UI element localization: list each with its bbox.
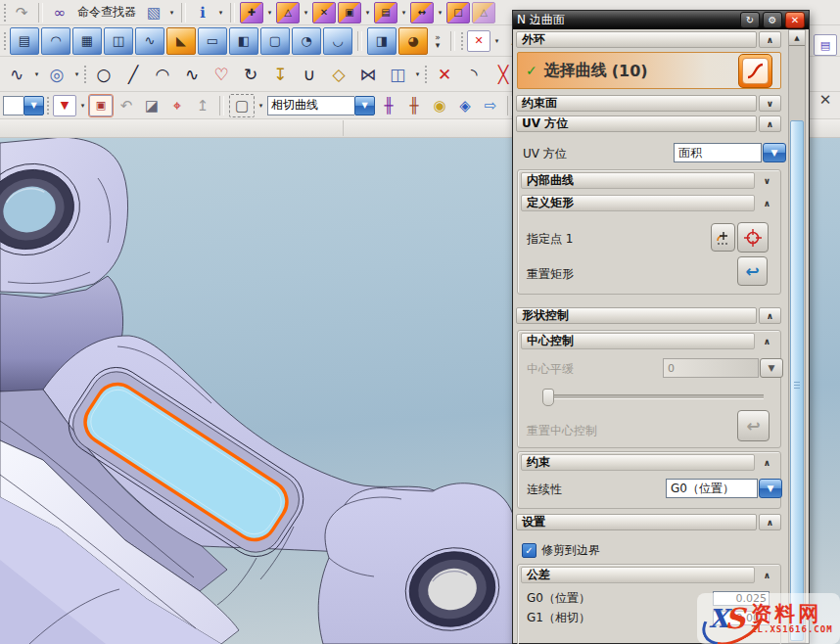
curve-select-button[interactable] <box>738 54 772 88</box>
spline-icon[interactable]: ∿ <box>178 61 206 88</box>
offset-region-icon[interactable]: △ <box>276 2 300 23</box>
rect-select-icon[interactable]: ▢ <box>229 94 255 117</box>
proceed-icon[interactable]: ⇨ <box>479 95 502 116</box>
line-icon[interactable]: ╱ <box>119 61 147 88</box>
select-scope-icon[interactable]: ▣ <box>89 95 113 116</box>
curve-more-dropdown[interactable]: ▾ <box>413 70 422 78</box>
pattern-face-dropdown[interactable]: ▾ <box>399 9 408 17</box>
section-constraint-faces[interactable]: 约束面 ∨ <box>516 95 781 112</box>
section-constraints[interactable]: 约束 ∧ <box>521 454 777 471</box>
reset-rectangle-button[interactable]: ↩ <box>737 256 768 286</box>
expand-icon[interactable]: ∨ <box>759 95 781 112</box>
uv-orientation-combo[interactable]: 面积 ▼ <box>674 143 786 162</box>
continuity-combo[interactable]: G0（位置） ▼ <box>666 479 782 498</box>
arc-icon[interactable]: ◠ <box>149 61 176 88</box>
section-settings[interactable]: 设置 ∧ <box>516 514 781 530</box>
split-body-icon[interactable]: ◫ <box>104 27 133 55</box>
extract-sheet-icon[interactable]: ▤ <box>10 27 39 55</box>
dialog-scrollbar[interactable]: ▲ <box>788 29 806 643</box>
helix-icon[interactable]: ↻ <box>237 61 264 88</box>
studio-spline-icon[interactable]: ∿ <box>3 61 30 88</box>
pattern-face-icon[interactable]: ▤ <box>374 2 397 23</box>
selection-filter-icon[interactable]: ▼ <box>53 95 76 116</box>
section-outer-loop[interactable]: 外环 ∧ <box>516 31 781 48</box>
info-dropdown[interactable]: ▾ <box>216 9 225 17</box>
shell-body-icon[interactable]: △ <box>472 2 495 23</box>
closed-curve-icon[interactable]: ♡ <box>208 61 235 88</box>
dialog-close-button[interactable]: ✕ <box>785 12 805 28</box>
section-curve-icon[interactable]: ◫ <box>384 61 411 88</box>
delete-face-icon[interactable]: ✕ <box>312 2 336 23</box>
section-uv-orientation[interactable]: UV 方位 ∧ <box>516 115 781 132</box>
undo-selection-icon[interactable]: ↶ <box>115 95 138 116</box>
point-dialog-button[interactable] <box>711 223 735 252</box>
section-shape-control[interactable]: 形状控制 ∧ <box>516 307 781 324</box>
studio-spline-dropdown[interactable]: ▾ <box>32 70 41 78</box>
tube-dropdown[interactable]: ▾ <box>72 70 81 78</box>
bend-surface-icon[interactable]: ◡ <box>323 27 352 55</box>
collapse-icon[interactable]: ∧ <box>757 333 777 349</box>
extrude-icon[interactable]: ◨ <box>367 27 397 55</box>
sew-icon[interactable]: ◧ <box>229 27 258 55</box>
selection-filter-dropdown[interactable]: ▾ <box>78 102 87 110</box>
slider-thumb[interactable] <box>542 389 554 406</box>
section-center-control[interactable]: 中心控制 ∧ <box>521 333 777 349</box>
rect-select-dropdown[interactable]: ▾ <box>257 102 265 110</box>
dialog-titlebar[interactable]: N 边曲面 ↻ ⚙ ✕ <box>513 11 809 29</box>
grab-icon[interactable]: ↥ <box>191 95 214 116</box>
law-extension-icon[interactable]: ◔ <box>292 27 321 55</box>
curve-rule-combo[interactable]: 相切曲线▼ <box>267 96 375 115</box>
deselect-icon[interactable]: ◪ <box>140 95 163 116</box>
info-icon[interactable]: ℹ <box>191 2 214 23</box>
view-orient-dropdown[interactable]: ▾ <box>167 9 176 17</box>
redo-icon[interactable]: ↷ <box>10 2 33 23</box>
dropdown-icon[interactable]: ▼ <box>763 143 786 162</box>
trim-checkbox[interactable]: ✓ <box>522 543 537 558</box>
bounded-plane-icon[interactable]: ◠ <box>41 27 70 55</box>
trim-body-icon[interactable]: ▦ <box>72 27 102 55</box>
thicken-icon[interactable]: ▭ <box>198 27 227 55</box>
resize-face-dropdown[interactable]: ▾ <box>436 9 444 17</box>
curve-on-surface-icon[interactable]: ◇ <box>325 61 352 88</box>
part-navigator-icon[interactable]: ▤ <box>814 34 837 56</box>
dropdown-icon[interactable]: ▼ <box>759 479 782 498</box>
center-flat-spinner[interactable]: 0 ▼ <box>663 358 783 378</box>
offset-curve-xform-icon[interactable]: ✕ <box>814 89 837 111</box>
collapse-icon[interactable]: ∧ <box>759 514 781 530</box>
dialog-settings-button[interactable]: ⚙ <box>763 12 782 28</box>
copy-face-dropdown[interactable]: ▾ <box>363 9 372 17</box>
offset-region-dropdown[interactable]: ▾ <box>302 9 310 17</box>
select-curve-row[interactable]: ✓ 选择曲线 (10) <box>517 52 781 89</box>
specify-point-button[interactable] <box>737 222 769 253</box>
collapse-icon[interactable]: ∧ <box>759 31 781 48</box>
scrollbar-up-button[interactable]: ▲ <box>789 30 805 46</box>
intersection-curve-icon[interactable]: ⋈ <box>354 61 382 88</box>
stop-at-intersection-icon[interactable]: ╫ <box>377 95 400 116</box>
collapse-icon[interactable]: ∧ <box>759 115 781 132</box>
dialog-reset-button[interactable]: ↻ <box>740 12 760 28</box>
fillet-curve-icon[interactable]: ◝ <box>460 61 488 88</box>
trim-to-boundary-row[interactable]: ✓ 修剪到边界 <box>522 541 600 559</box>
project-curve-icon[interactable]: ↧ <box>266 61 294 88</box>
reset-center-button[interactable]: ↩ <box>737 410 770 441</box>
collapse-icon[interactable]: ∧ <box>757 454 777 471</box>
bridge-curve-icon[interactable]: ∪ <box>296 61 323 88</box>
move-face-dropdown[interactable]: ▾ <box>265 9 274 17</box>
resize-face-icon[interactable]: ↔ <box>410 2 434 23</box>
collapse-icon[interactable]: ∧ <box>757 567 777 583</box>
revolve-icon[interactable]: ◕ <box>398 27 428 55</box>
view-orient-icon[interactable]: ▧ <box>142 2 165 23</box>
fit-view-icon[interactable]: ✕ <box>467 30 490 52</box>
collapse-icon[interactable]: ∧ <box>757 195 777 211</box>
offset-surface-icon[interactable]: ▢ <box>260 27 290 55</box>
collapse-icon[interactable]: ∧ <box>759 307 781 324</box>
node-path-icon[interactable]: ◈ <box>453 95 477 116</box>
command-finder-icon[interactable]: ∞ <box>48 2 71 23</box>
section-tolerance[interactable]: 公差 ∧ <box>521 567 777 583</box>
swept-surface-icon[interactable]: ∿ <box>135 27 164 55</box>
snap-point-icon[interactable]: ⌖ <box>165 95 189 116</box>
spinner-down-icon[interactable]: ▼ <box>760 358 783 378</box>
type-filter-combo[interactable]: ▼ <box>3 96 44 115</box>
fit-view-dropdown[interactable]: ▾ <box>492 37 501 45</box>
trim-curve-icon[interactable]: ✕ <box>431 61 458 88</box>
